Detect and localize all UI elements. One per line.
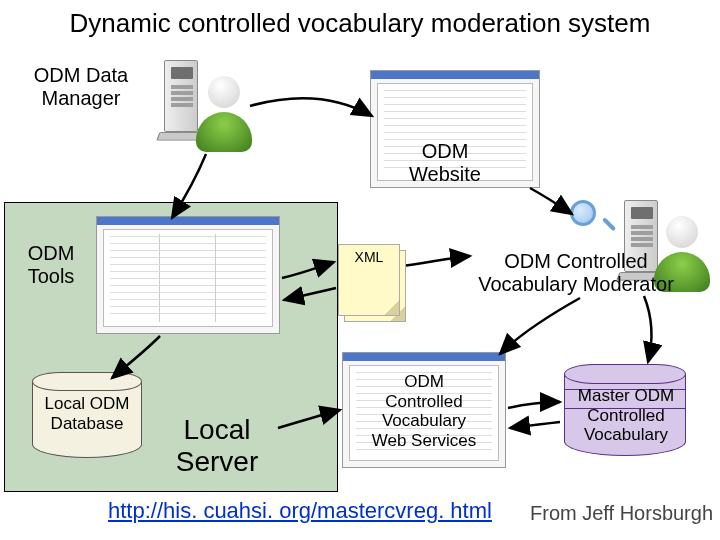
- label-web-services: ODM Controlled Vocabulary Web Services: [362, 372, 486, 450]
- user-icon: [192, 76, 256, 152]
- label-moderator: ODM Controlled Vocabulary Moderator: [466, 250, 686, 296]
- label-tools: ODM Tools: [16, 242, 86, 288]
- page-title: Dynamic controlled vocabulary moderation…: [0, 8, 720, 39]
- xml-label: XML: [339, 249, 399, 265]
- credit-text: From Jeff Horsburgh: [530, 502, 713, 525]
- xml-note: XML: [338, 244, 400, 316]
- label-master-db: Master ODM Controlled Vocabulary: [570, 386, 682, 445]
- label-data-manager: ODM Data Manager: [26, 64, 136, 110]
- label-website: ODM Website: [400, 140, 490, 186]
- url-link[interactable]: http://his. cuahsi. org/mastercvreg. htm…: [108, 498, 492, 524]
- label-local-db: Local ODM Database: [40, 394, 134, 433]
- label-local-server: Local Server: [162, 414, 272, 478]
- odm-tools-window: [96, 216, 280, 334]
- magnifier-icon: [568, 198, 608, 238]
